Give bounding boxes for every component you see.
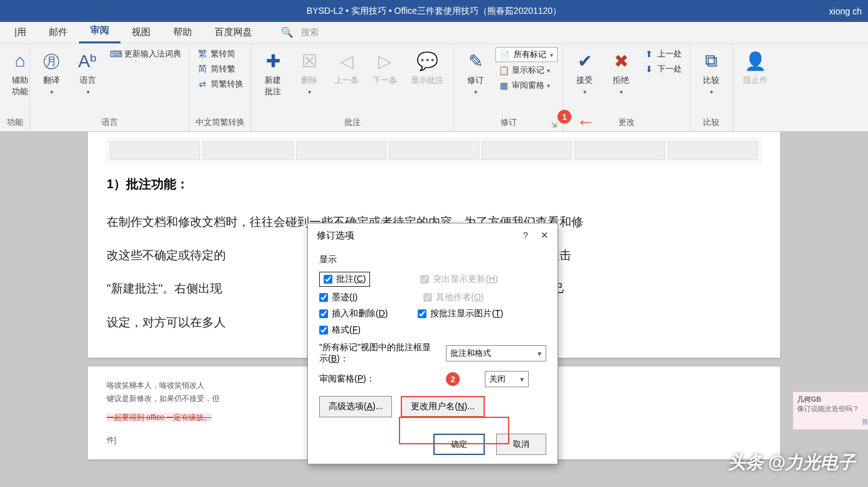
watermark-text: 头条 @力光电子 [728, 451, 855, 474]
conv-button[interactable]: ⇄简繁转换 [194, 77, 246, 91]
checkbox-other-authors[interactable]: 其他作者(O) [423, 292, 484, 303]
group-protect: 👤阻止作 [733, 44, 778, 131]
compare-button[interactable]: ⧉比较▾ [695, 47, 728, 98]
chevron-down-icon: ▾ [308, 88, 311, 95]
checkbox-input[interactable] [420, 275, 429, 284]
checkbox-ink[interactable]: 墨迹(I) [319, 292, 357, 303]
tab-mail[interactable]: 邮件 [38, 21, 79, 43]
prev-icon: ⬆ [643, 48, 655, 60]
comment-balloon[interactable]: 几何GB 像订说能次造些吗？ 答复 解决 [793, 392, 868, 430]
next-icon: ⬇ [643, 63, 655, 75]
translate-icon: ㊊ [40, 50, 63, 72]
tab-help[interactable]: 帮助 [162, 21, 203, 43]
prev-change-button[interactable]: ⬆上一处 [641, 47, 684, 61]
checkbox-input[interactable] [319, 309, 328, 318]
ime-label: 更新输入法词典 [124, 48, 181, 60]
show-comments-button[interactable]: 💬显示批注 [406, 47, 448, 88]
next-change-button[interactable]: ⬇下一处 [641, 62, 684, 76]
pane-icon: ▦ [498, 80, 509, 91]
title-bar: BYSD-L2 • 实用技巧 • Office三件套使用技巧（熊春茹202011… [0, 0, 868, 22]
block-icon: 👤 [744, 50, 767, 72]
markup-icon: 📋 [498, 65, 509, 76]
change-username-button[interactable]: 更改用户名(N)... [401, 396, 484, 417]
accessibility-icon: ⌂ [9, 50, 31, 72]
help-button[interactable]: ? [523, 230, 528, 242]
review-pane-button[interactable]: ▦审阅窗格▾ [495, 78, 558, 92]
dialog-titlebar: 修订选项 ? ✕ [308, 223, 558, 248]
accept-icon: ✔ [573, 50, 596, 72]
checkbox-input[interactable] [423, 293, 432, 302]
chk-label: 插入和删除(D) [332, 308, 388, 319]
group-compare: ⧉比较▾ 比较 [690, 44, 733, 131]
checkbox-input[interactable] [418, 309, 426, 318]
checkbox-pictures[interactable]: 按批注显示图片(T) [418, 308, 503, 319]
simp-to-trad-button[interactable]: 简简转繁 [194, 62, 246, 76]
new-comment-button[interactable]: ✚ 新建 批注 [257, 47, 289, 100]
chevron-down-icon: ▾ [50, 88, 53, 95]
conv-label: 繁转简 [211, 48, 235, 60]
prev-comment-button[interactable]: ◁上一条 [329, 47, 364, 88]
comment-text: 像订说能次造些吗？ [797, 404, 868, 414]
group-accessibility: ⌂ 辅助 功能 功能 [0, 44, 30, 131]
chk-label: 墨迹(I) [332, 292, 357, 303]
checkbox-input[interactable] [319, 293, 328, 302]
tab-view[interactable]: 视图 [120, 21, 162, 43]
balloons-label: "所有标记"视图中的批注框显示(B)： [319, 342, 435, 365]
search-placeholder[interactable]: 搜索 [299, 22, 321, 43]
track-changes-button[interactable]: ✎ 修订 ▾ [459, 47, 492, 98]
chk-label: 批注(C) [336, 274, 366, 284]
comment-author: 几何GB [797, 395, 868, 404]
tab-review[interactable]: 审阅 [79, 19, 120, 43]
show-comments-label: 显示批注 [411, 75, 443, 86]
chevron-down-icon: ▾ [547, 67, 550, 74]
tracking-dialog-launcher[interactable]: ⇲ [551, 121, 560, 130]
compare-label: 比较 [703, 75, 719, 86]
language-button[interactable]: Aᵇ 语言 ▾ [71, 47, 104, 98]
chevron-down-icon: ▾ [710, 88, 713, 95]
checkbox-input[interactable] [324, 275, 332, 284]
group-comments: ✚ 新建 批注 ☒删除▾ ◁上一条 ▷下一条 💬显示批注 批注 [251, 44, 454, 131]
chevron-down-icon: ▾ [550, 51, 553, 58]
chk-label: 突出显示更新(H) [433, 274, 497, 285]
compare-icon: ⧉ [700, 50, 722, 72]
accept-button[interactable]: ✔接受▾ [568, 47, 601, 98]
group-label [738, 126, 773, 130]
checkbox-input[interactable] [319, 326, 328, 334]
delete-label: 删除 [301, 75, 317, 86]
doc-icon: 📄 [500, 50, 510, 60]
trad-to-simp-button[interactable]: 繁繁转简 [194, 47, 246, 61]
track-icon: ✎ [464, 50, 487, 72]
checkbox-insertions[interactable]: 插入和删除(D) [319, 308, 388, 319]
ime-update-button[interactable]: ⌨ 更新输入法词典 [108, 47, 184, 61]
search-icon[interactable]: 🔍 [276, 21, 299, 43]
reject-button[interactable]: ✖拒绝▾ [605, 47, 637, 98]
delete-comment-button[interactable]: ☒删除▾ [293, 47, 326, 98]
markup-mode-combo[interactable]: 📄 所有标记 ▾ [495, 47, 558, 62]
tab-partial[interactable]: |用 [3, 21, 38, 43]
group-label: 功能 [5, 115, 24, 130]
translate-label: 翻译 [43, 75, 60, 86]
conv-icon: 繁 [197, 48, 208, 60]
advanced-options-button[interactable]: 高级选项(A)... [319, 396, 392, 417]
reject-icon: ✖ [610, 50, 632, 72]
chevron-down-icon: ▾ [520, 375, 524, 384]
close-button[interactable]: ✕ [541, 230, 549, 242]
group-tracking: ✎ 修订 ▾ 📄 所有标记 ▾ 📋显示标记▾ ▦审阅窗格▾ 修订 ⇲ 1 ← [454, 44, 563, 131]
show-markup-button[interactable]: 📋显示标记▾ [495, 63, 558, 77]
comment-reply-button[interactable]: 答复 [862, 418, 868, 425]
balloons-combo[interactable]: 批注和格式▾ [446, 345, 546, 361]
new-comment-label: 新建 批注 [265, 75, 281, 97]
review-pane-label: 审阅窗格 [512, 80, 544, 91]
review-pane-combo[interactable]: 关闭▾ [485, 371, 529, 387]
checkbox-highlight-updates[interactable]: 突出显示更新(H) [420, 274, 497, 285]
user-name[interactable]: xiong ch [829, 6, 862, 16]
conv-icon: ⇄ [197, 78, 208, 90]
block-authors-button[interactable]: 👤阻止作 [738, 47, 773, 88]
checkbox-formatting[interactable]: 格式(F) [319, 324, 361, 336]
tab-baidu[interactable]: 百度网盘 [203, 21, 263, 43]
translate-button[interactable]: ㊊ 翻译 ▾ [35, 47, 68, 98]
chevron-down-icon: ▾ [537, 349, 542, 358]
checkbox-comments[interactable]: 批注(C) [319, 272, 370, 287]
next-comment-button[interactable]: ▷下一条 [368, 47, 402, 88]
next-icon: ▷ [374, 50, 396, 72]
